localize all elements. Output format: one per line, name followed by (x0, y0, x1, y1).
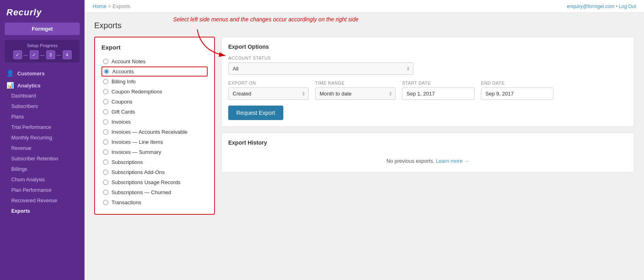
radio-accounts[interactable] (104, 69, 109, 74)
export-on-wrapper: Created Updated (228, 87, 309, 100)
sidebar-item-subscriber-retention[interactable]: Subscriber Retention (0, 153, 85, 164)
export-label-invoices-ar: Invoices — Accounts Receivable (111, 129, 188, 135)
setup-progress: Setup Progress ✓ — ✓ — 3 — 4 (5, 40, 80, 62)
sidebar-item-trial-performance[interactable]: Trial Performance (0, 122, 85, 133)
sidebar-section-analytics[interactable]: 📊 Analytics (0, 79, 85, 91)
export-on-select[interactable]: Created Updated (228, 87, 309, 100)
export-label-billing-info: Billing Info (111, 79, 136, 85)
radio-billing-info[interactable] (103, 79, 108, 84)
export-options-box: Export Options ACCOUNT STATUS All Active… (221, 37, 634, 127)
radio-subscriptions[interactable] (103, 160, 108, 165)
export-item-subscriptions[interactable]: Subscriptions (101, 157, 208, 167)
export-item-subscriptions-usage[interactable]: Subscriptions Usage Records (101, 177, 208, 187)
export-item-account-notes[interactable]: Account Notes (101, 56, 208, 66)
radio-coupon-redemptions[interactable] (103, 89, 108, 94)
sidebar-item-billings[interactable]: Billings (0, 164, 85, 174)
radio-invoices[interactable] (103, 119, 108, 124)
export-label-subscriptions: Subscriptions (111, 159, 143, 165)
sidebar-item-revenue[interactable]: Revenue (0, 143, 85, 153)
export-item-invoices[interactable]: Invoices (101, 117, 208, 127)
date-row: EXPORT ON Created Updated TIME RANGE (228, 81, 627, 100)
account-status-label: ACCOUNT STATUS (228, 56, 627, 60)
topbar: Home > Exports enquiry@formget.com • Log… (85, 0, 644, 13)
export-label-invoices-line: Invoices — Line Items (111, 139, 163, 145)
step-3: 3 (46, 50, 55, 59)
export-item-gift-cards[interactable]: Gift Cards (101, 107, 208, 117)
radio-transactions[interactable] (103, 200, 108, 205)
time-range-wrapper: Month to date Last month Custom (315, 87, 396, 100)
export-on-label: EXPORT ON (228, 81, 309, 85)
sidebar: Recurly Formget Setup Progress ✓ — ✓ — 3… (0, 0, 85, 280)
step-4: 4 (63, 50, 72, 59)
content-row: Export Account Notes Accounts Billing In… (94, 37, 634, 215)
export-label-account-notes: Account Notes (111, 58, 146, 64)
export-label-subscriptions-churned: Subscriptions — Churned (111, 189, 171, 195)
time-range-select[interactable]: Month to date Last month Custom (315, 87, 396, 100)
export-label-gift-cards: Gift Cards (111, 109, 135, 115)
export-history-box: Export History No previous exports. Lear… (221, 133, 634, 172)
sidebar-item-plan-performance[interactable]: Plan Performance (0, 185, 85, 195)
end-date-input[interactable] (481, 87, 553, 100)
time-range-field: TIME RANGE Month to date Last month Cust… (315, 81, 396, 100)
export-item-billing-info[interactable]: Billing Info (101, 77, 208, 87)
export-on-field: EXPORT ON Created Updated (228, 81, 309, 100)
analytics-label: Analytics (17, 83, 41, 89)
sidebar-item-dashboard[interactable]: Dashboard (0, 91, 85, 101)
export-item-coupon-redemptions[interactable]: Coupon Redemptions (101, 87, 208, 97)
radio-subscriptions-addons[interactable] (103, 170, 108, 175)
topbar-right: enquiry@formget.com • Log Out (567, 4, 636, 9)
export-item-transactions[interactable]: Transactions (101, 197, 208, 207)
customers-icon: 👤 (6, 70, 14, 77)
sidebar-item-recovered-revenue[interactable]: Recovered Revenue (0, 195, 85, 206)
export-label-subscriptions-addons: Subscriptions Add-Ons (111, 169, 165, 175)
export-label-coupon-redemptions: Coupon Redemptions (111, 89, 162, 95)
radio-subscriptions-usage[interactable] (103, 180, 108, 185)
progress-steps: ✓ — ✓ — 3 — 4 (9, 50, 76, 59)
sidebar-section-customers[interactable]: 👤 Customers (0, 66, 85, 79)
export-item-invoices-line[interactable]: Invoices — Line Items (101, 137, 208, 147)
start-date-label: START DATE (402, 81, 475, 85)
export-item-coupons[interactable]: Coupons (101, 97, 208, 107)
time-range-label: TIME RANGE (315, 81, 396, 85)
export-item-invoices-ar[interactable]: Invoices — Accounts Receivable (101, 127, 208, 137)
radio-invoices-line[interactable] (103, 139, 108, 145)
export-item-subscriptions-addons[interactable]: Subscriptions Add-Ons (101, 167, 208, 177)
content-area: Select left side menus and the changes o… (85, 13, 644, 280)
export-options-title: Export Options (228, 44, 627, 50)
export-item-invoices-summary[interactable]: Invoices — Summary (101, 147, 208, 157)
start-date-input[interactable] (402, 87, 475, 100)
export-panel-title: Export (101, 44, 208, 51)
history-empty: No previous exports. Learn more → (228, 151, 627, 166)
logo-text: Recurly (6, 7, 42, 17)
user-email-link[interactable]: enquiry@formget.com (567, 4, 614, 9)
sidebar-logo: Recurly (0, 0, 85, 23)
end-date-label: END DATE (481, 81, 553, 85)
logout-link[interactable]: Log Out (619, 4, 636, 9)
sidebar-item-plans[interactable]: Plans (0, 112, 85, 122)
account-status-wrapper: All Active Closed (228, 62, 413, 75)
radio-account-notes[interactable] (103, 59, 108, 64)
radio-subscriptions-churned[interactable] (103, 190, 108, 195)
export-history-title: Export History (228, 139, 627, 146)
sidebar-item-monthly-recurring[interactable]: Monthly Recurring (0, 133, 85, 143)
breadcrumb-home[interactable]: Home (93, 3, 107, 9)
radio-invoices-summary[interactable] (103, 149, 108, 155)
account-status-section: ACCOUNT STATUS All Active Closed (228, 56, 627, 75)
sidebar-item-churn-analysis[interactable]: Churn Analysis (0, 174, 85, 185)
export-item-accounts[interactable]: Accounts (101, 66, 208, 77)
setup-progress-label: Setup Progress (9, 43, 76, 48)
analytics-icon: 📊 (6, 82, 14, 89)
radio-gift-cards[interactable] (103, 109, 108, 114)
request-export-button[interactable]: Request Export (228, 106, 283, 120)
radio-coupons[interactable] (103, 99, 108, 104)
account-status-select[interactable]: All Active Closed (228, 62, 413, 75)
learn-more-link[interactable]: Learn more → (436, 158, 469, 164)
account-button[interactable]: Formget (5, 23, 80, 35)
radio-invoices-ar[interactable] (103, 129, 108, 135)
export-label-transactions: Transactions (111, 199, 141, 205)
export-item-subscriptions-churned[interactable]: Subscriptions — Churned (101, 187, 208, 197)
history-empty-text: No previous exports. (386, 158, 434, 164)
sidebar-item-exports[interactable]: Exports (0, 206, 85, 216)
sidebar-item-subscribers[interactable]: Subscribers (0, 101, 85, 112)
export-label-subscriptions-usage: Subscriptions Usage Records (111, 179, 180, 185)
